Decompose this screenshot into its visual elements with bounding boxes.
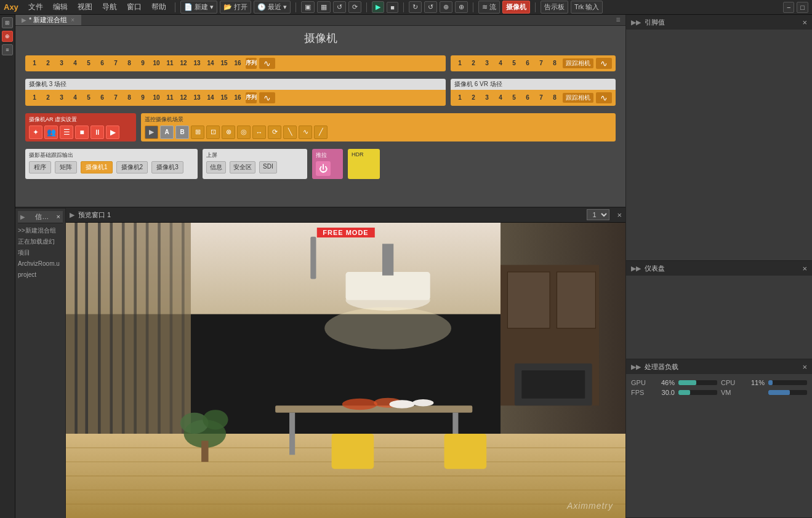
toolbar-alert[interactable]: 告示板 <box>541 1 568 14</box>
left-btn-1[interactable]: ⊞ <box>2 17 13 28</box>
cam-btn-2[interactable]: 2 <box>42 58 54 69</box>
sub2-btn-1[interactable]: 1 <box>454 92 465 103</box>
toolbar-icon8[interactable]: ⊕ <box>455 1 468 13</box>
cam-wave-btn[interactable]: ∿ <box>259 58 275 69</box>
cam-btn-5[interactable]: 5 <box>83 58 94 69</box>
sub1-btn-5[interactable]: 5 <box>83 92 94 103</box>
toolbar-new[interactable]: 📄 新建 ▾ <box>180 1 217 14</box>
sub1-wave-btn[interactable]: ∿ <box>259 92 275 103</box>
cam-btn-16[interactable]: 16 <box>232 58 243 69</box>
ar-icon-play[interactable]: ▶ <box>106 126 119 139</box>
play-icon-copy[interactable]: ⊞ <box>191 126 204 139</box>
cam-btn-15[interactable]: 15 <box>219 58 230 69</box>
sub2-btn-4[interactable]: 4 <box>495 92 506 103</box>
menu-file[interactable]: 文件 <box>25 1 47 14</box>
cam-btn-1[interactable]: 1 <box>29 58 40 69</box>
sub2-btn-2[interactable]: 2 <box>468 92 479 103</box>
toolbar-icon6[interactable]: ↺ <box>424 1 437 13</box>
preview-viewport[interactable]: FREE MODE <box>66 223 625 518</box>
play-icon-wave[interactable]: ∿ <box>299 126 312 139</box>
menu-nav[interactable]: 导航 <box>98 1 121 14</box>
sub2-btn-5[interactable]: 5 <box>509 92 520 103</box>
track-wave-btn[interactable]: ∿ <box>596 58 612 69</box>
minimize-btn[interactable]: − <box>783 2 794 13</box>
cam-btn-13[interactable]: 13 <box>191 58 203 69</box>
toolbar-open[interactable]: 📂 打开 <box>220 1 251 14</box>
push-toggle-btn[interactable]: ⏻ <box>316 161 331 176</box>
toolbar-icon4[interactable]: ⟳ <box>348 1 361 13</box>
cam-btn-8[interactable]: 8 <box>124 58 135 69</box>
cam-btn-10[interactable]: 10 <box>151 58 162 69</box>
cam-btn-9[interactable]: 9 <box>137 58 148 69</box>
track-btn-6[interactable]: 6 <box>522 58 533 69</box>
track-btn-1[interactable]: 1 <box>454 58 465 69</box>
track-btn-3[interactable]: 3 <box>481 58 492 69</box>
play-icon-b[interactable]: B <box>175 126 189 139</box>
sub1-btn-7[interactable]: 7 <box>110 92 121 103</box>
ar-icon-list[interactable]: ☰ <box>60 126 73 139</box>
cam-btn-12[interactable]: 12 <box>178 58 189 69</box>
maximize-btn[interactable]: □ <box>797 2 808 13</box>
sub1-btn-8[interactable]: 8 <box>124 92 135 103</box>
play-icon-a[interactable]: A <box>160 126 174 139</box>
toolbar-icon2[interactable]: ▦ <box>317 1 331 13</box>
overlay-btn-safe[interactable]: 安全区 <box>230 161 255 173</box>
sub1-btn-16[interactable]: 16 <box>232 92 243 103</box>
sub1-btn-4[interactable]: 4 <box>70 92 81 103</box>
sub1-btn-13[interactable]: 13 <box>191 92 203 103</box>
ar-icon-pause[interactable]: ⏸ <box>90 126 104 139</box>
cam-btn-seq[interactable]: 序列 <box>246 58 257 69</box>
tab-close-icon[interactable]: × <box>71 17 74 23</box>
toolbar-icon1[interactable]: ▣ <box>301 1 315 13</box>
output-btn-cam2[interactable]: 摄像机2 <box>116 161 148 173</box>
sub2-btn-3[interactable]: 3 <box>481 92 492 103</box>
output-btn-program[interactable]: 程序 <box>29 161 51 173</box>
cpu-close[interactable]: × <box>802 362 807 372</box>
toolbar-icon7[interactable]: ⊕ <box>440 1 452 13</box>
sub1-btn-15[interactable]: 15 <box>219 92 230 103</box>
cam-btn-6[interactable]: 6 <box>97 58 108 69</box>
sub1-btn-3[interactable]: 3 <box>56 92 67 103</box>
toolbar-play[interactable]: ▶ <box>372 1 384 13</box>
play-icon-play[interactable]: ▶ <box>145 126 158 139</box>
sub1-btn-12[interactable]: 12 <box>178 92 189 103</box>
dashboard-close[interactable]: × <box>802 264 807 273</box>
cam-btn-11[interactable]: 11 <box>164 58 175 69</box>
toolbar-flow[interactable]: ≋ 流 <box>478 1 500 14</box>
menu-view[interactable]: 视图 <box>74 1 96 14</box>
ar-icon-cursor[interactable]: ✦ <box>29 126 42 139</box>
sub1-btn-9[interactable]: 9 <box>137 92 148 103</box>
play-icon-refresh[interactable]: ⟳ <box>268 126 281 139</box>
toolbar-stop[interactable]: ■ <box>387 2 398 13</box>
track-btn-2[interactable]: 2 <box>468 58 479 69</box>
info-panel-close[interactable]: × <box>57 213 60 220</box>
play-icon-save[interactable]: ⊡ <box>206 126 220 139</box>
toolbar-camera[interactable]: 摄像机 <box>502 1 530 14</box>
play-icon-delete[interactable]: ⊗ <box>222 126 235 139</box>
sub1-btn-1[interactable]: 1 <box>29 92 40 103</box>
cam-btn-7[interactable]: 7 <box>110 58 121 69</box>
cam-btn-14[interactable]: 14 <box>205 58 216 69</box>
ref-values-close[interactable]: × <box>802 18 807 27</box>
preview-num-select[interactable]: 1 2 3 4 <box>587 209 609 220</box>
overlay-btn-sdi[interactable]: SDI <box>259 161 277 173</box>
overlay-btn-info[interactable]: 信息 <box>206 161 226 173</box>
cam-btn-3[interactable]: 3 <box>56 58 67 69</box>
preview-close-btn[interactable]: × <box>617 210 622 220</box>
panel-menu-icon[interactable]: ≡ <box>611 15 625 25</box>
left-btn-2[interactable]: ⊕ <box>2 31 13 42</box>
output-btn-cam1[interactable]: 摄像机1 <box>81 161 113 173</box>
toolbar-icon3[interactable]: ↺ <box>333 1 346 13</box>
ar-icon-people[interactable]: 👥 <box>44 126 58 139</box>
toolbar-icon5[interactable]: ↻ <box>409 1 422 13</box>
sub2-btn-7[interactable]: 7 <box>536 92 547 103</box>
output-btn-cam3[interactable]: 摄像机3 <box>151 161 183 173</box>
menu-edit[interactable]: 编辑 <box>49 1 71 14</box>
menu-help[interactable]: 帮助 <box>148 1 170 14</box>
play-icon-line2[interactable]: ╱ <box>314 126 328 139</box>
output-btn-matrix[interactable]: 矩阵 <box>55 161 77 173</box>
sub2-btn-8[interactable]: 8 <box>549 92 560 103</box>
play-icon-arrows[interactable]: ↔ <box>252 126 266 139</box>
sub1-btn-seq[interactable]: 序列 <box>246 92 257 103</box>
sub1-btn-14[interactable]: 14 <box>205 92 216 103</box>
